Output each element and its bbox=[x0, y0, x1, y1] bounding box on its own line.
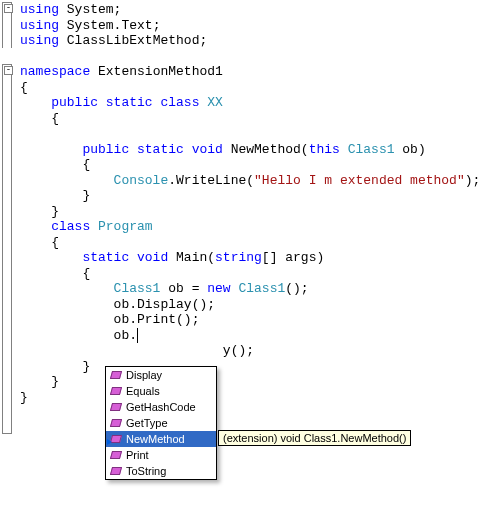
intellisense-tooltip: (extension) void Class1.NewMethod() bbox=[218, 430, 411, 446]
intellisense-item-equals[interactable]: Equals bbox=[106, 383, 216, 399]
intellisense-item-label: NewMethod bbox=[126, 433, 185, 445]
intellisense-item-tostring[interactable]: ToString bbox=[106, 463, 216, 479]
code-line[interactable] bbox=[20, 49, 502, 65]
method-icon bbox=[108, 415, 124, 431]
intellisense-popup[interactable]: DisplayEqualsGetHashCodeGetTypeNewMethod… bbox=[105, 366, 217, 480]
code-line[interactable]: public static class XX bbox=[20, 95, 502, 111]
code-line[interactable]: } bbox=[20, 390, 502, 406]
method-icon bbox=[108, 383, 124, 399]
code-line[interactable]: Class1 ob = new Class1(); bbox=[20, 281, 502, 297]
method-icon bbox=[108, 463, 124, 479]
code-line[interactable]: y(); bbox=[20, 343, 502, 359]
code-line[interactable]: { bbox=[20, 111, 502, 127]
fold-toggle-icon[interactable]: - bbox=[4, 66, 13, 75]
intellisense-item-label: GetHashCode bbox=[126, 401, 196, 413]
code-line[interactable]: } bbox=[20, 204, 502, 220]
code-line[interactable]: ob.Display(); bbox=[20, 297, 502, 313]
intellisense-item-label: GetType bbox=[126, 417, 168, 429]
intellisense-item-display[interactable]: Display bbox=[106, 367, 216, 383]
code-line[interactable]: using ClassLibExtMethod; bbox=[20, 33, 502, 49]
intellisense-item-gettype[interactable]: GetType bbox=[106, 415, 216, 431]
method-icon bbox=[108, 367, 124, 383]
code-line[interactable]: public static void NewMethod(this Class1… bbox=[20, 142, 502, 158]
intellisense-item-label: ToString bbox=[126, 465, 166, 477]
method-icon bbox=[108, 399, 124, 415]
code-line[interactable]: ob.Print(); bbox=[20, 312, 502, 328]
intellisense-item-print[interactable]: Print bbox=[106, 447, 216, 463]
extension-method-icon bbox=[108, 431, 124, 447]
code-line[interactable]: { bbox=[20, 266, 502, 282]
code-line[interactable]: namespace ExtensionMethod1 bbox=[20, 64, 502, 80]
code-line[interactable]: } bbox=[20, 359, 502, 375]
code-line[interactable]: } bbox=[20, 374, 502, 390]
code-line[interactable]: using System; bbox=[20, 2, 502, 18]
code-line[interactable]: Console.WriteLine("Hello I m extended me… bbox=[20, 173, 502, 189]
intellisense-item-label: Display bbox=[126, 369, 162, 381]
method-icon bbox=[108, 447, 124, 463]
code-line[interactable]: { bbox=[20, 157, 502, 173]
code-line[interactable]: { bbox=[20, 235, 502, 251]
code-editor[interactable]: - - using System; using System.Text; usi… bbox=[0, 0, 502, 405]
intellisense-item-gethashcode[interactable]: GetHashCode bbox=[106, 399, 216, 415]
fold-toggle-icon[interactable]: - bbox=[4, 4, 13, 13]
code-line[interactable]: { bbox=[20, 80, 502, 96]
intellisense-item-label: Print bbox=[126, 449, 149, 461]
intellisense-item-label: Equals bbox=[126, 385, 160, 397]
code-line[interactable]: class Program bbox=[20, 219, 502, 235]
code-line[interactable]: static void Main(string[] args) bbox=[20, 250, 502, 266]
code-line[interactable] bbox=[20, 126, 502, 142]
text-caret bbox=[137, 328, 138, 343]
code-line[interactable]: ob. bbox=[20, 328, 502, 344]
outline-gutter: - - bbox=[0, 0, 14, 405]
intellisense-item-newmethod[interactable]: NewMethod bbox=[106, 431, 216, 447]
code-line[interactable]: } bbox=[20, 188, 502, 204]
code-line[interactable]: using System.Text; bbox=[20, 18, 502, 34]
